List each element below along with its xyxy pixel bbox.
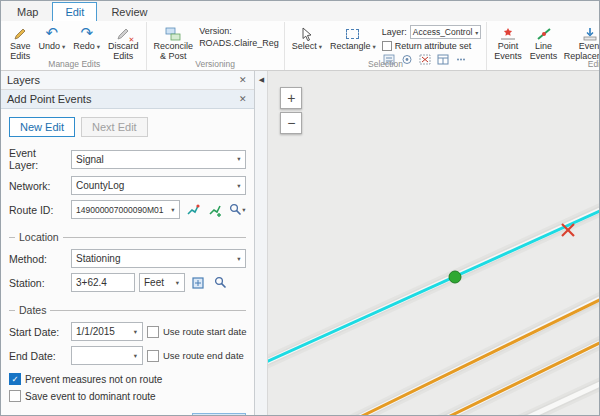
- event-layer-select[interactable]: Signal ▾: [71, 150, 246, 169]
- route-id-combo[interactable]: 149000007000090M01 ▾: [71, 200, 180, 219]
- event-point: [449, 271, 461, 283]
- method-label: Method:: [9, 253, 67, 265]
- group-label-versioning: Versioning: [147, 59, 284, 69]
- selection-layer-select[interactable]: Access_Control ▾: [410, 25, 482, 39]
- pane-splitter[interactable]: ◀: [255, 71, 268, 415]
- chevron-down-icon: ▾: [166, 206, 179, 214]
- route-id-label: Route ID:: [9, 204, 67, 216]
- red-x-icon: ✕: [128, 36, 134, 44]
- version-value[interactable]: ROADS.Claire_Reg: [199, 38, 279, 50]
- save-edits-button[interactable]: Save Edits: [8, 24, 33, 63]
- select-label: Select: [292, 42, 317, 52]
- method-select[interactable]: Stationing ▾: [71, 249, 246, 268]
- pencil-discard-icon: ✕: [116, 25, 130, 42]
- use-route-start-date-label: Use route start date: [163, 326, 246, 337]
- select-route-on-map-icon[interactable]: [184, 201, 202, 219]
- location-section-divider: Location: [9, 231, 246, 243]
- chevron-down-icon: ▾: [171, 279, 184, 287]
- event-layer-label: Event Layer:: [9, 147, 67, 171]
- redo-button[interactable]: ↷ Redo ▾: [71, 24, 102, 53]
- discard-edits-button[interactable]: ✕ Discard Edits: [106, 24, 141, 63]
- add-point-events-body: New Edit Next Edit Event Layer: Signal ▾…: [1, 109, 254, 416]
- dates-section-divider: Dates: [9, 304, 246, 316]
- chevron-down-icon: ▾: [232, 255, 245, 263]
- prevent-measures-checkbox[interactable]: ✓: [9, 373, 21, 385]
- redo-icon: ↷: [80, 25, 93, 42]
- rectangle-label: Rectangle: [330, 42, 371, 52]
- rectangle-tool-button[interactable]: Rectangle ▾: [328, 24, 378, 53]
- point-events-button[interactable]: Point Events: [492, 24, 524, 63]
- chevron-down-icon: ▾: [62, 43, 65, 50]
- station-label: Station:: [9, 277, 67, 289]
- add-point-events-header: Add Point Events ✕: [1, 90, 254, 109]
- zoom-to-route-icon[interactable]: ▾: [228, 201, 246, 219]
- route-id-value: 149000007000090M01: [76, 205, 166, 215]
- collapse-pane-button[interactable]: ◀: [255, 71, 267, 89]
- check-icon: ✓: [11, 374, 18, 384]
- zoom-out-button[interactable]: −: [280, 112, 302, 134]
- ribbon-tabbar: Map Edit Review: [1, 1, 599, 21]
- return-attribute-set-label: Return attribute set: [395, 41, 472, 51]
- use-route-end-date-checkbox[interactable]: [147, 350, 159, 362]
- chevron-down-icon: ▾: [242, 206, 245, 214]
- group-label-manage-edits: Manage Edits: [3, 59, 146, 69]
- zoom-to-station-icon[interactable]: [211, 274, 229, 292]
- layer-label: Layer:: [382, 27, 407, 37]
- save-dominant-route-checkbox[interactable]: [9, 390, 21, 402]
- line-events-button[interactable]: Line Events: [528, 24, 560, 63]
- tab-review[interactable]: Review: [99, 3, 159, 21]
- next-edit-button[interactable]: Next Edit: [81, 117, 148, 137]
- reconcile-post-button[interactable]: Reconcile & Post: [152, 24, 196, 63]
- network-select[interactable]: CountyLog ▾: [71, 176, 246, 195]
- return-attribute-set-checkbox[interactable]: [382, 41, 392, 51]
- point-event-icon: [500, 25, 516, 42]
- route-picker-icon[interactable]: [206, 201, 224, 219]
- ribbon-group-versioning: Reconcile & Post Version: ROADS.Claire_R…: [146, 22, 284, 70]
- zoom-in-button[interactable]: +: [280, 87, 302, 109]
- start-date-label: Start Date:: [9, 326, 67, 338]
- undo-icon: ↶: [46, 25, 59, 42]
- layers-pane-title: Layers: [7, 74, 237, 86]
- dates-section-label: Dates: [19, 304, 46, 316]
- group-label-selection: Selection: [285, 59, 487, 69]
- reconcile-post-icon: [165, 25, 181, 42]
- version-info: Version: ROADS.Claire_Reg: [199, 24, 279, 49]
- dock-pane: Layers ✕ Add Point Events ✕ New Edit Nex…: [1, 71, 255, 415]
- select-tool-button[interactable]: Select ▾: [290, 24, 324, 53]
- chevron-down-icon: ▾: [232, 182, 245, 190]
- save-dominant-route-label: Save event to dominant route: [25, 391, 156, 402]
- layers-pane-header: Layers ✕: [1, 71, 254, 90]
- location-section-label: Location: [19, 231, 59, 243]
- close-icon[interactable]: ✕: [237, 94, 249, 104]
- application-window: Map Edit Review Save Edits ↶ Undo ▾: [0, 0, 600, 416]
- chevron-down-icon: ▾: [97, 43, 100, 50]
- event-replacement-button[interactable]: Event Replacement: [563, 24, 599, 63]
- chevron-left-icon: ◀: [259, 76, 264, 84]
- selection-layer-value: Access_Control: [413, 27, 473, 37]
- use-route-start-date-checkbox[interactable]: [147, 326, 159, 338]
- station-input[interactable]: 3+62.4: [71, 273, 135, 292]
- new-edit-button[interactable]: New Edit: [9, 117, 75, 137]
- version-label: Version:: [199, 26, 279, 38]
- chevron-down-icon: ▾: [319, 43, 322, 50]
- chevron-down-icon: ▾: [372, 43, 375, 50]
- station-unit-select[interactable]: Feet ▾: [139, 273, 185, 292]
- pick-station-on-map-icon[interactable]: [189, 274, 207, 292]
- use-route-end-date-label: Use route end date: [163, 350, 244, 361]
- undo-label: Undo: [39, 42, 61, 52]
- event-layer-value: Signal: [76, 154, 232, 165]
- end-date-input[interactable]: ▾: [71, 346, 143, 365]
- start-date-input[interactable]: 1/1/2015 ▾: [71, 322, 143, 341]
- tab-map[interactable]: Map: [5, 3, 50, 21]
- add-point-events-title: Add Point Events: [7, 93, 237, 105]
- event-replacement-icon: [582, 25, 598, 42]
- tab-edit[interactable]: Edit: [52, 2, 97, 21]
- close-icon[interactable]: ✕: [237, 75, 249, 85]
- station-unit-value: Feet: [144, 277, 171, 288]
- map-view[interactable]: + −: [268, 71, 599, 415]
- cursor-icon: [301, 25, 313, 42]
- undo-button[interactable]: ↶ Undo ▾: [37, 24, 68, 53]
- start-date-value: 1/1/2015: [76, 326, 129, 337]
- ribbon-group-selection: Select ▾ Rectangle ▾ Layer: Access: [284, 22, 487, 70]
- chevron-down-icon: ▾: [129, 352, 142, 360]
